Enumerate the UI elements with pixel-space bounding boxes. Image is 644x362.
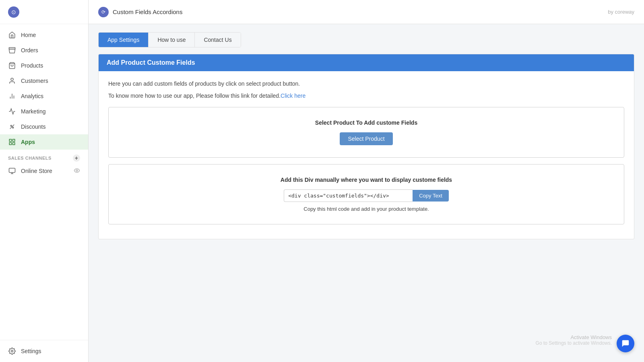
sidebar-item-settings[interactable]: Settings [0, 343, 88, 359]
tabs: App Settings How to use Contact Us [98, 32, 241, 47]
products-icon [8, 62, 16, 70]
svg-rect-11 [9, 143, 11, 145]
sidebar-item-discounts[interactable]: Discounts [0, 119, 88, 134]
sidebar-item-orders-label: Orders [21, 47, 38, 53]
code-snippet-input[interactable] [284, 189, 413, 202]
sidebar-nav: Home Orders Products Customers [0, 24, 88, 340]
sidebar-item-analytics[interactable]: Analytics [0, 88, 88, 104]
sidebar-item-analytics-label: Analytics [21, 93, 43, 99]
discounts-icon [8, 123, 16, 131]
description-1: Here you can add custom fields of produc… [108, 79, 624, 88]
select-product-button[interactable]: Select Product [340, 132, 392, 145]
main-content-card: Add Product Custome Fields Here you can … [98, 54, 634, 239]
sidebar-item-orders[interactable]: Orders [0, 43, 88, 58]
online-store-icon [8, 167, 16, 175]
click-here-link[interactable]: Click here [281, 93, 305, 99]
sidebar-logo: ⊙ [0, 0, 88, 24]
sidebar-item-customers-label: Customers [21, 78, 48, 84]
sidebar-item-apps[interactable]: Apps [0, 134, 88, 150]
code-note: Copy this html code and add in your prod… [117, 206, 616, 212]
topbar-app-icon: ⟳ [98, 7, 109, 17]
sidebar-bottom: Settings [0, 340, 88, 362]
description-2: To know more how to use our app, Please … [108, 91, 624, 100]
select-product-box: Select Product To Add custome Fields Sel… [108, 107, 624, 158]
select-product-box-title: Select Product To Add custome Fields [117, 119, 616, 126]
code-input-row: Copy Text [117, 189, 616, 202]
content-area: App Settings How to use Contact Us Add P… [89, 24, 644, 362]
settings-label: Settings [21, 348, 41, 354]
svg-rect-9 [9, 139, 11, 141]
sales-channels-label: SALES CHANNELS [8, 156, 52, 160]
svg-point-7 [12, 127, 14, 128]
topbar: ⟳ Custom Fields Accordions by coreway [89, 0, 644, 24]
logo-icon: ⊙ [8, 6, 19, 18]
settings-icon [8, 347, 16, 355]
sidebar-item-discounts-label: Discounts [21, 123, 45, 130]
copy-text-button[interactable]: Copy Text [413, 190, 449, 202]
svg-rect-12 [13, 143, 15, 145]
topbar-by-label: by coreway [608, 9, 634, 15]
tab-app-settings[interactable]: App Settings [99, 33, 149, 47]
topbar-app-name: Custom Fields Accordions [113, 8, 182, 15]
customers-icon [8, 77, 16, 85]
topbar-left: ⟳ Custom Fields Accordions [98, 7, 182, 17]
div-code-box-title: Add this Div manually where you want to … [117, 177, 616, 183]
sidebar-item-products-label: Products [21, 62, 43, 69]
marketing-icon [8, 107, 16, 115]
sales-channels-section: SALES CHANNELS + [0, 150, 88, 163]
svg-point-16 [76, 170, 78, 171]
tab-contact-us[interactable]: Contact Us [195, 33, 240, 47]
online-store-label: Online Store [21, 168, 52, 174]
svg-point-6 [10, 125, 12, 126]
svg-point-17 [11, 350, 13, 352]
svg-point-2 [11, 78, 13, 80]
svg-rect-10 [13, 139, 15, 141]
sidebar-item-home-label: Home [21, 32, 36, 38]
online-store-visibility-icon[interactable] [74, 167, 80, 175]
sidebar-item-apps-label: Apps [21, 139, 35, 145]
section-header: Add Product Custome Fields [99, 54, 634, 71]
tab-how-to-use[interactable]: How to use [149, 33, 195, 47]
card-body: Here you can add custom fields of produc… [99, 71, 634, 239]
svg-rect-13 [9, 168, 15, 173]
home-icon [8, 31, 16, 39]
add-sales-channel-icon[interactable]: + [73, 154, 80, 162]
sidebar-item-online-store[interactable]: Online Store [0, 163, 88, 179]
sidebar-item-products[interactable]: Products [0, 58, 88, 73]
sidebar-item-customers[interactable]: Customers [0, 73, 88, 88]
analytics-icon [8, 92, 16, 100]
description-2-prefix: To know more how to use our app, Please … [108, 93, 281, 99]
sidebar: ⊙ Home Orders Products [0, 0, 89, 362]
orders-icon [8, 46, 16, 54]
main-area: ⟳ Custom Fields Accordions by coreway Ap… [89, 0, 644, 362]
apps-icon [8, 138, 16, 146]
div-code-box: Add this Div manually where you want to … [108, 164, 624, 224]
sidebar-item-marketing[interactable]: Marketing [0, 104, 88, 119]
chat-bubble[interactable] [617, 335, 634, 352]
sidebar-item-marketing-label: Marketing [21, 108, 45, 115]
sidebar-item-home[interactable]: Home [0, 27, 88, 43]
